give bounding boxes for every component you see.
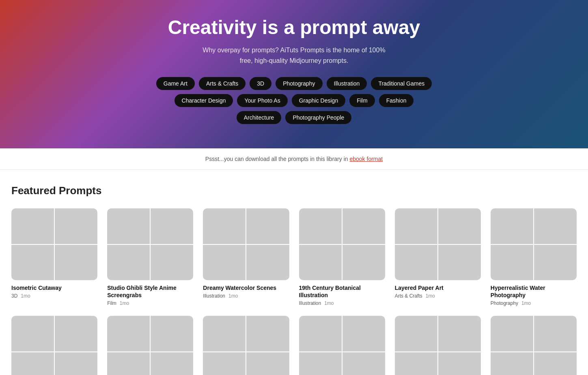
tag-button[interactable]: Photography xyxy=(276,77,322,90)
card-image-grid xyxy=(11,208,97,280)
card-age: 1mo xyxy=(426,293,435,299)
card-image xyxy=(299,316,342,351)
card-item[interactable]: Dreamy Watercolor ScenesIllustration1mo xyxy=(203,208,289,306)
card-title: Layered Paper Art xyxy=(395,284,481,291)
card-image xyxy=(11,245,54,280)
tag-button[interactable]: Illustration xyxy=(327,77,367,90)
tag-button[interactable]: 3D xyxy=(250,77,271,90)
card-image xyxy=(203,352,246,375)
card-item[interactable]: Cute Mini Succulents And PlantsPhotograp… xyxy=(203,316,289,375)
card-image xyxy=(438,316,481,351)
hero-subtitle: Why overpay for prompts? AiTuts Prompts … xyxy=(197,45,392,66)
card-image xyxy=(438,208,481,244)
card-image-grid xyxy=(11,316,97,375)
card-image xyxy=(491,208,533,244)
card-meta: 3D1mo xyxy=(11,293,97,299)
card-image xyxy=(203,316,246,351)
card-category: 3D xyxy=(11,293,17,299)
card-meta: Arts & Crafts1mo xyxy=(395,293,481,299)
tag-button[interactable]: Fashion xyxy=(379,94,414,107)
card-image xyxy=(203,208,246,244)
hero-title: Creativity is a prompt away xyxy=(8,16,580,39)
notice-text: Pssst...you can download all the prompts… xyxy=(205,156,350,162)
card-image xyxy=(55,352,97,375)
card-image xyxy=(534,245,577,280)
tag-button[interactable]: Film xyxy=(349,94,375,107)
card-image xyxy=(11,316,54,351)
tag-button[interactable]: Arts & Crafts xyxy=(199,77,246,90)
card-image xyxy=(395,245,437,280)
card-item[interactable]: Your Photo As An Oil PortraitYour Photo … xyxy=(107,316,193,375)
card-image-grid xyxy=(107,208,193,280)
card-item[interactable]: 19th Century Botanical IllustrationIllus… xyxy=(299,208,385,306)
card-image xyxy=(395,316,437,351)
card-image xyxy=(151,208,193,244)
tag-list: Game ArtArts & Crafts3DPhotographyIllust… xyxy=(152,77,436,124)
card-image xyxy=(107,316,150,351)
card-item[interactable]: Warhammer Style Tabletop MiniaturesTradi… xyxy=(11,316,97,375)
tag-button[interactable]: Game Art xyxy=(156,77,195,90)
featured-section: Featured Prompts Isometric Cutaway3D1moS… xyxy=(0,170,588,375)
card-grid: Isometric Cutaway3D1moStudio Ghibli Styl… xyxy=(11,208,577,375)
card-image xyxy=(151,316,193,351)
tag-button[interactable]: Your Photo As xyxy=(237,94,287,107)
card-image xyxy=(11,352,54,375)
card-title: 19th Century Botanical Illustration xyxy=(299,284,385,299)
card-title: Studio Ghibli Style Anime Screengrabs xyxy=(107,284,193,299)
card-image xyxy=(342,208,385,244)
card-image-grid xyxy=(395,316,481,375)
card-item[interactable]: Layered Paper ArtArts & Crafts1mo xyxy=(395,208,481,306)
card-image xyxy=(342,316,385,351)
card-image xyxy=(491,316,533,351)
card-image xyxy=(299,352,342,375)
card-image-grid xyxy=(203,208,289,280)
card-image xyxy=(107,352,150,375)
card-category: Photography xyxy=(491,300,518,306)
card-age: 1mo xyxy=(521,300,531,306)
card-image xyxy=(534,316,577,351)
tag-button[interactable]: Traditional Games xyxy=(371,77,432,90)
card-image xyxy=(107,208,150,244)
card-image xyxy=(534,208,577,244)
card-meta: Illustration1mo xyxy=(203,293,289,299)
card-category: Arts & Crafts xyxy=(395,293,422,299)
card-title: Isometric Cutaway xyxy=(11,284,97,291)
card-image xyxy=(203,245,246,280)
card-item[interactable]: Vintage Us Postage StampsArts & Crafts1m… xyxy=(299,316,385,375)
card-image xyxy=(246,245,289,280)
card-category: Film xyxy=(107,300,116,306)
tag-button[interactable]: Character Design xyxy=(174,94,233,107)
card-image xyxy=(491,245,533,280)
card-image xyxy=(55,245,97,280)
card-image-grid xyxy=(395,208,481,280)
card-item[interactable]: Studio Ghibli Style Anime ScreengrabsFil… xyxy=(107,208,193,306)
tag-button[interactable]: Architecture xyxy=(237,111,282,124)
card-image xyxy=(299,245,342,280)
card-category: Illustration xyxy=(203,293,225,299)
card-image xyxy=(395,208,437,244)
card-meta: Illustration1mo xyxy=(299,300,385,306)
ebook-link[interactable]: ebook format xyxy=(349,156,383,162)
card-image xyxy=(534,352,577,375)
tag-button[interactable]: Photography People xyxy=(285,111,351,124)
card-category: Illustration xyxy=(299,300,321,306)
card-item[interactable]: Isometric Cutaway3D1mo xyxy=(11,208,97,306)
hero-section: Creativity is a prompt away Why overpay … xyxy=(0,0,588,148)
card-image-grid xyxy=(203,316,289,375)
card-item[interactable]: Hyperrealistic Water PhotographyPhotogra… xyxy=(491,208,577,306)
card-image-grid xyxy=(491,316,577,375)
card-title: Dreamy Watercolor Scenes xyxy=(203,284,289,291)
card-item[interactable]: Mountain Embed ArchitectureArchitecture1… xyxy=(491,316,577,375)
tag-button[interactable]: Graphic Design xyxy=(292,94,346,107)
notice-bar: Pssst...you can download all the prompts… xyxy=(0,148,588,170)
card-image xyxy=(342,245,385,280)
card-image-grid xyxy=(299,316,385,375)
card-image-grid xyxy=(491,208,577,280)
card-image xyxy=(55,316,97,351)
card-title: Hyperrealistic Water Photography xyxy=(491,284,577,299)
card-item[interactable]: Detailed Tech Brand IllustrationsIllustr… xyxy=(395,316,481,375)
card-image xyxy=(395,352,437,375)
card-age: 1mo xyxy=(120,300,129,306)
card-image xyxy=(107,245,150,280)
card-image xyxy=(246,352,289,375)
